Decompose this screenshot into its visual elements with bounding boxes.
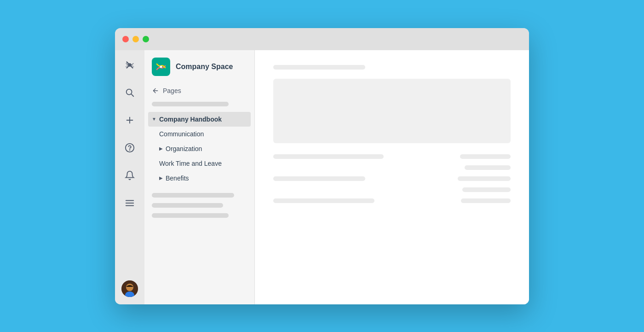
content-line-skeleton-right	[458, 176, 511, 181]
content-line-skeleton	[273, 198, 374, 203]
content-row-1	[273, 154, 511, 159]
icon-sidebar	[115, 50, 144, 304]
content-line-skeleton-right	[465, 165, 511, 170]
nav-item-communication[interactable]: Communication	[144, 127, 254, 141]
icon-sidebar-top	[122, 58, 137, 268]
maximize-button[interactable]	[143, 36, 149, 42]
nav-item-work-time-leave[interactable]: Work Time and Leave	[144, 156, 254, 171]
apps-icon[interactable]	[122, 196, 137, 210]
skeleton-placeholder	[152, 203, 223, 208]
content-line-skeleton	[273, 154, 384, 159]
content-row-5	[273, 198, 511, 203]
nav-item-label: Benefits	[166, 175, 189, 182]
content-row-3	[273, 176, 511, 181]
nav-item-label: Work Time and Leave	[159, 160, 222, 167]
content-line-skeleton-right	[461, 198, 511, 203]
confluence-icon[interactable]	[122, 58, 137, 72]
main-content	[255, 50, 529, 304]
chevron-right-icon: ▶	[159, 146, 163, 151]
skeleton-placeholder	[152, 213, 229, 218]
nav-item-label: Company Handbook	[159, 116, 222, 123]
svg-point-11	[126, 284, 133, 291]
skeleton-placeholder	[152, 102, 229, 106]
traffic-lights	[122, 36, 149, 42]
minimize-button[interactable]	[132, 36, 139, 42]
chevron-right-icon: ▶	[159, 175, 163, 181]
nav-item-organization[interactable]: ▶ Organization	[144, 141, 254, 156]
help-icon[interactable]	[122, 140, 137, 155]
content-line-skeleton	[273, 176, 365, 181]
window-body: Company Space Pages ▼ Company Handbook C…	[115, 50, 529, 304]
skeleton-placeholder	[152, 193, 234, 198]
avatar[interactable]	[121, 280, 138, 297]
nav-item-company-handbook[interactable]: ▼ Company Handbook	[148, 112, 251, 127]
content-image-block	[273, 79, 511, 143]
nav-panel: Company Space Pages ▼ Company Handbook C…	[144, 50, 255, 304]
space-header[interactable]: Company Space	[144, 58, 254, 83]
space-icon	[152, 58, 170, 76]
content-title-skeleton	[273, 65, 365, 70]
create-icon[interactable]	[122, 113, 137, 128]
search-icon[interactable]	[122, 85, 137, 100]
nav-item-label: Communication	[159, 130, 204, 138]
titlebar	[115, 28, 529, 50]
space-title: Company Space	[176, 63, 233, 71]
back-arrow-icon	[152, 87, 159, 94]
nav-item-benefits[interactable]: ▶ Benefits	[144, 171, 254, 186]
svg-point-13	[160, 65, 162, 68]
notifications-icon[interactable]	[122, 168, 137, 183]
content-line-skeleton-right	[460, 154, 511, 159]
content-row-2	[273, 165, 511, 170]
chevron-down-icon: ▼	[152, 116, 156, 122]
content-row-4	[273, 187, 511, 192]
content-line-skeleton-right	[462, 187, 511, 192]
close-button[interactable]	[122, 36, 129, 42]
pages-label: Pages	[163, 87, 181, 94]
nav-item-label: Organization	[166, 145, 202, 152]
pages-back-nav[interactable]: Pages	[144, 83, 254, 98]
svg-line-2	[131, 94, 133, 96]
app-window: Company Space Pages ▼ Company Handbook C…	[115, 28, 529, 304]
